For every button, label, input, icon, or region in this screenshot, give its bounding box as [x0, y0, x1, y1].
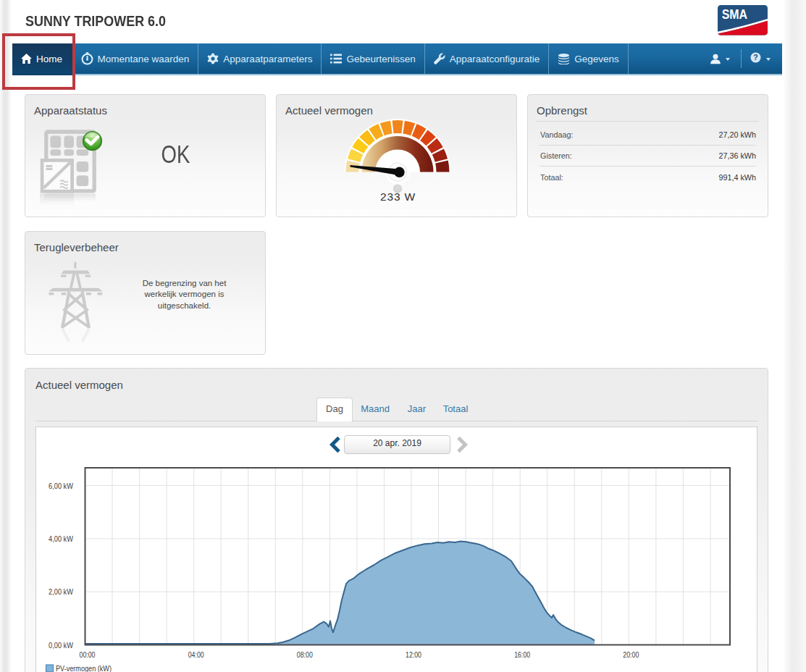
svg-text:16:00: 16:00	[514, 651, 530, 659]
svg-text:12:00: 12:00	[406, 651, 421, 659]
svg-text:0,00 kW: 0,00 kW	[49, 642, 74, 650]
svg-text:04:00: 04:00	[188, 651, 204, 659]
svg-text:SMA: SMA	[722, 7, 748, 22]
svg-text:?: ?	[753, 53, 757, 62]
svg-text:6,00 kW: 6,00 kW	[49, 482, 74, 490]
svg-text:PV-vermogen (kW): PV-vermogen (kW)	[56, 664, 112, 672]
svg-text:08:00: 08:00	[297, 651, 313, 659]
svg-text:00:00: 00:00	[80, 651, 96, 659]
svg-text:4,00 kW: 4,00 kW	[49, 535, 74, 543]
svg-text:20:00: 20:00	[623, 651, 639, 659]
svg-text:2,00 kW: 2,00 kW	[49, 588, 74, 596]
